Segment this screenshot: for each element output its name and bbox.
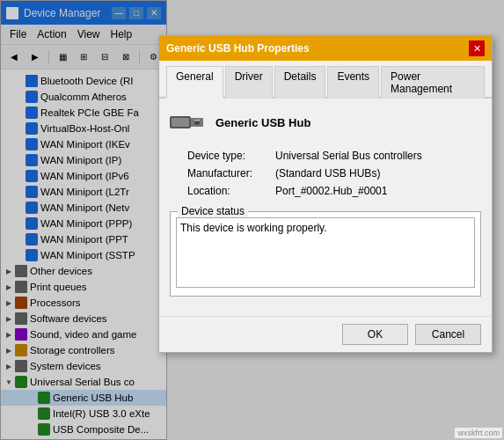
- tab-driver[interactable]: Driver: [225, 66, 273, 99]
- property-label: Manufacturer:: [187, 167, 275, 180]
- properties-dialog: Generic USB Hub Properties ✕ GeneralDriv…: [158, 35, 493, 353]
- tab-power-management[interactable]: Power Management: [381, 66, 485, 99]
- cancel-button[interactable]: Cancel: [415, 324, 481, 345]
- device-header: Generic USB Hub: [170, 109, 481, 136]
- tab-events[interactable]: Events: [327, 66, 379, 99]
- property-value: (Standard USB HUBs): [275, 167, 380, 180]
- device-name: Generic USB Hub: [215, 116, 310, 129]
- watermark: wxskfrt.com: [455, 428, 502, 438]
- dialog-buttons: OK Cancel: [159, 316, 492, 352]
- dialog-title-bar: Generic USB Hub Properties ✕: [159, 36, 492, 61]
- tab-general[interactable]: General: [166, 66, 223, 99]
- dialog-content: Generic USB Hub Device type:Universal Se…: [159, 99, 492, 316]
- ok-button[interactable]: OK: [342, 324, 408, 345]
- svg-rect-1: [172, 118, 189, 127]
- dialog-title: Generic USB Hub Properties: [166, 42, 469, 55]
- usb-icon-svg: [170, 109, 205, 136]
- property-row: Manufacturer:(Standard USB HUBs): [187, 167, 481, 180]
- properties-table: Device type:Universal Serial Bus control…: [187, 150, 481, 197]
- property-label: Location:: [187, 185, 275, 197]
- status-group-label: Device status: [178, 205, 248, 217]
- property-row: Location:Port_#0002.Hub_#0001: [187, 185, 481, 197]
- property-value: Port_#0002.Hub_#0001: [275, 185, 387, 197]
- property-label: Device type:: [187, 150, 275, 162]
- property-value: Universal Serial Bus controllers: [275, 150, 422, 162]
- dialog-tabs: GeneralDriverDetailsEventsPower Manageme…: [159, 61, 492, 99]
- property-row: Device type:Universal Serial Bus control…: [187, 150, 481, 162]
- device-status-group: Device status: [170, 211, 481, 297]
- svg-rect-4: [194, 120, 200, 121]
- dialog-close-button[interactable]: ✕: [469, 40, 485, 56]
- device-icon: [170, 109, 205, 136]
- tab-details[interactable]: Details: [274, 66, 326, 99]
- device-status-text[interactable]: [176, 217, 475, 288]
